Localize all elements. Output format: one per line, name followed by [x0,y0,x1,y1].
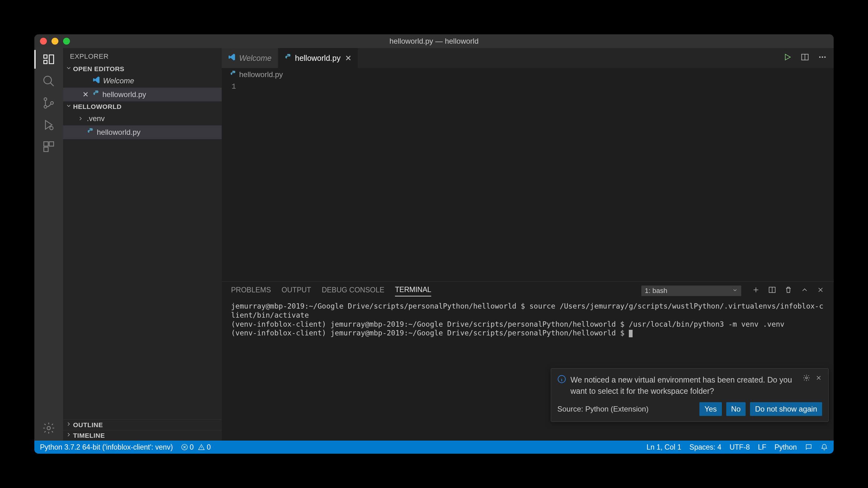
settings-activity[interactable] [41,421,56,435]
window-controls [34,38,70,44]
svg-point-4 [50,126,53,130]
explorer-activity[interactable] [41,52,56,67]
cursor-position-status[interactable]: Ln 1, Col 1 [647,443,681,452]
outline-header[interactable]: OUTLINE [63,419,222,430]
close-icon[interactable] [815,374,822,397]
debug-console-tab[interactable]: DEBUG CONSOLE [321,286,384,296]
maximize-panel-icon[interactable] [801,286,809,296]
activity-bar [34,48,63,441]
workspace-tree: .venv helloworld.py [63,112,222,139]
split-terminal-icon[interactable] [768,286,776,296]
chevron-right-icon [66,421,72,429]
terminal-selector[interactable]: 1: bash [641,286,741,296]
svg-rect-5 [44,142,48,146]
chevron-down-icon [66,65,72,73]
svg-point-12 [824,56,826,58]
svg-point-1 [44,98,47,100]
python-interpreter-status[interactable]: Python 3.7.2 64-bit ('infoblox-client': … [40,443,173,452]
problems-status[interactable]: 0 0 [181,443,211,452]
python-file-icon [284,53,292,63]
folder-item[interactable]: .venv [63,112,222,125]
svg-point-0 [44,76,52,84]
terminal-toolbar [752,286,824,296]
yes-button[interactable]: Yes [700,402,721,416]
gear-icon[interactable] [803,374,810,397]
close-panel-icon[interactable] [817,286,824,295]
editor-group: Welcome helloworld.py ✕ [222,48,834,441]
chevron-down-icon [732,287,738,295]
dont-show-button[interactable]: Do not show again [750,402,822,416]
explorer-sidebar: EXPLORER OPEN EDITORS ✕ Welcome [63,48,222,441]
minimize-window-button[interactable] [52,38,58,44]
line-numbers: 1 [222,81,242,282]
timeline-header[interactable]: TIMELINE [63,430,222,441]
chevron-right-icon [66,431,72,439]
source-control-activity[interactable] [41,96,56,110]
extensions-activity[interactable] [41,139,56,154]
open-editors-header[interactable]: OPEN EDITORS [63,64,222,74]
vscode-icon [228,53,236,63]
tab-bar: Welcome helloworld.py ✕ [222,48,834,68]
svg-rect-7 [44,147,48,152]
vscode-icon [92,76,100,86]
terminal-cursor [629,330,632,337]
svg-rect-6 [49,142,54,146]
status-bar: Python 3.7.2 64-bit ('infoblox-client': … [34,441,834,454]
open-editor-item[interactable]: ✕ Welcome [63,74,222,88]
code-content[interactable] [242,81,834,282]
encoding-status[interactable]: UTF-8 [730,443,750,452]
open-editors-list: ✕ Welcome ✕ helloworld.py [63,74,222,101]
svg-point-15 [806,377,807,379]
feedback-icon[interactable] [805,444,812,451]
notification-source: Source: Python (Extension) [557,405,649,414]
split-editor-icon[interactable] [801,53,809,64]
tab-helloworld[interactable]: helloworld.py ✕ [278,48,358,68]
panel-tabs: PROBLEMS OUTPUT DEBUG CONSOLE TERMINAL 1… [222,282,834,300]
workspace-header[interactable]: HELLOWORLD [63,101,222,112]
svg-point-8 [47,426,51,430]
notification-toast: We noticed a new virtual environment has… [551,368,829,422]
notification-message: We noticed a new virtual environment has… [570,374,798,397]
python-file-icon [87,128,94,137]
workbench-body: EXPLORER OPEN EDITORS ✕ Welcome [34,48,834,441]
run-debug-activity[interactable] [41,117,56,132]
editor-actions [783,48,834,68]
python-file-icon [230,70,237,79]
more-actions-icon[interactable] [818,53,827,64]
text-editor[interactable]: 1 [222,81,834,282]
breadcrumb[interactable]: helloworld.py [222,68,834,81]
kill-terminal-icon[interactable] [784,286,793,296]
svg-point-10 [819,56,821,58]
vscode-window: helloworld.py — helloworld [34,34,834,454]
no-button[interactable]: No [726,402,746,416]
python-file-icon [92,90,100,99]
close-tab-icon[interactable]: ✕ [345,54,351,63]
titlebar: helloworld.py — helloworld [34,34,834,48]
svg-point-2 [44,105,47,108]
output-tab[interactable]: OUTPUT [282,286,311,296]
svg-point-11 [822,56,823,58]
open-editor-item[interactable]: ✕ helloworld.py [63,88,222,101]
terminal-tab[interactable]: TERMINAL [395,286,431,296]
chevron-right-icon [77,116,84,122]
maximize-window-button[interactable] [63,38,70,44]
svg-point-3 [51,102,53,104]
eol-status[interactable]: LF [758,443,767,452]
new-terminal-icon[interactable] [752,286,760,296]
sidebar-title: EXPLORER [63,48,222,64]
tab-welcome[interactable]: Welcome [222,48,278,68]
close-window-button[interactable] [40,38,47,44]
file-item[interactable]: helloworld.py [63,125,222,139]
problems-tab[interactable]: PROBLEMS [231,286,271,296]
chevron-down-icon [66,103,72,110]
search-activity[interactable] [41,74,56,89]
close-icon[interactable]: ✕ [81,90,90,99]
notifications-icon[interactable] [820,444,828,451]
info-icon [557,375,566,397]
window-title: helloworld.py — helloworld [389,37,478,45]
language-mode-status[interactable]: Python [774,443,797,452]
run-icon[interactable] [783,53,792,64]
indentation-status[interactable]: Spaces: 4 [689,443,721,452]
